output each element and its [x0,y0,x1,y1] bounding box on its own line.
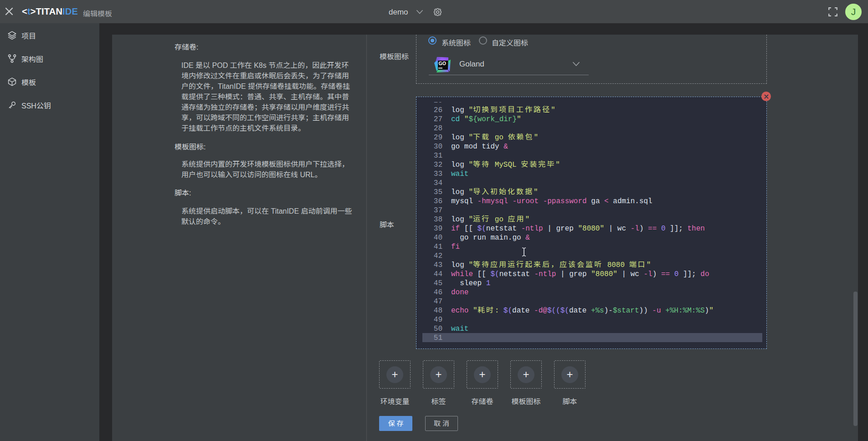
svg-text:GO: GO [439,61,446,66]
